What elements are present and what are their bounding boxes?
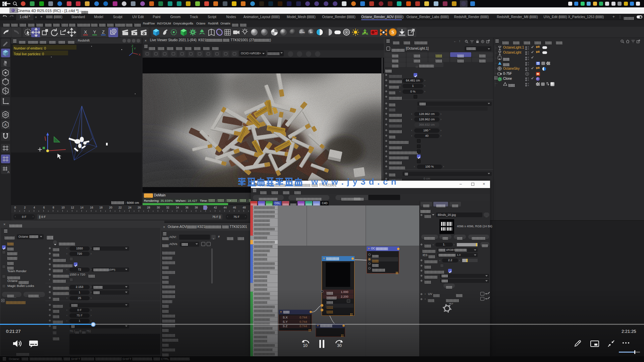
svg-text:Y: Y [134,47,136,50]
svg-text:10: 10 [303,343,308,348]
svg-text:X: X [84,29,87,35]
svg-text:Z: Z [131,44,133,48]
svg-text:A: A [7,170,9,174]
svg-text:BLEND: BLEND [300,32,305,34]
svg-text:A: A [4,123,7,127]
svg-text:S: S [391,30,394,35]
svg-text:X: X [139,53,141,56]
svg-text:30: 30 [337,343,342,348]
svg-text:MIX: MIX [310,32,313,34]
svg-text:Y: Y [93,29,96,35]
svg-text:Z: Z [102,29,105,35]
